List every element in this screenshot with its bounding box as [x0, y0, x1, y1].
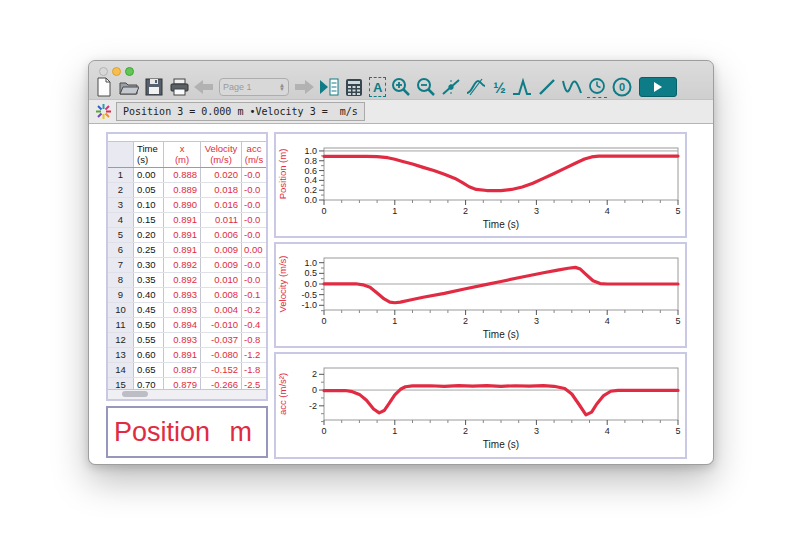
table-cell: 0.010 — [201, 273, 242, 287]
table-cell: 0.20 — [134, 228, 164, 242]
data-table-panel[interactable]: Time (s) x (m) Velocity (m/s) acc (m/s 1… — [106, 132, 268, 401]
svg-text:3: 3 — [534, 316, 539, 326]
svg-text:-2: -2 — [309, 401, 317, 411]
zoom-out-icon[interactable] — [416, 77, 436, 97]
table-cell: 0.891 — [164, 213, 201, 227]
forward-arrow-icon[interactable] — [294, 77, 314, 97]
interpolate-icon[interactable]: ½ — [491, 77, 507, 97]
integral-icon[interactable] — [512, 77, 532, 97]
table-row[interactable]: 70.300.8920.009-0.0 — [108, 258, 266, 273]
table-cell: -0.4 — [242, 318, 266, 332]
svg-text:3: 3 — [534, 206, 539, 216]
svg-text:1.0: 1.0 — [304, 258, 317, 268]
table-cell: -0.1 — [242, 288, 266, 302]
table-row[interactable]: 40.150.8910.011-0.0 — [108, 213, 266, 228]
table-row[interactable]: 20.050.8890.018-0.0 — [108, 183, 266, 198]
table-horizontal-scrollbar[interactable] — [108, 389, 266, 399]
table-cell: 0.887 — [164, 363, 201, 377]
table-cell: -1.8 — [242, 363, 266, 377]
page-stepper-icon: ▲▼ — [279, 83, 285, 91]
svg-text:0.0: 0.0 — [304, 195, 317, 205]
column-header-acc[interactable]: acc (m/s — [242, 142, 266, 167]
table-cell: 14 — [108, 363, 134, 377]
table-cell: 0.00 — [242, 243, 266, 257]
data-collection-clock-icon[interactable] — [587, 77, 607, 98]
table-cell: -0.0 — [242, 273, 266, 287]
table-cell: 0.890 — [164, 198, 201, 212]
zoom-button[interactable] — [125, 67, 134, 76]
calculator-icon[interactable] — [344, 77, 364, 97]
table-cell: -0.0 — [242, 168, 266, 182]
table-row[interactable]: 120.550.893-0.037-0.8 — [108, 333, 266, 348]
tangent-icon[interactable] — [466, 77, 486, 97]
text-annotation-icon[interactable]: A — [369, 77, 386, 97]
close-button[interactable] — [99, 67, 108, 76]
sensor-readout-text: Position 3 = 0.000 m •Velocity 3 = m/s — [123, 106, 358, 117]
x-axis-label: Time (s) — [483, 329, 519, 340]
column-header-x[interactable]: x (m) — [164, 142, 201, 167]
column-header-velocity[interactable]: Velocity (m/s) — [201, 142, 242, 167]
svg-text:4: 4 — [605, 316, 610, 326]
zero-icon[interactable]: 0 — [612, 77, 632, 97]
table-cell: 0.892 — [164, 273, 201, 287]
svg-text:0.6: 0.6 — [304, 166, 317, 176]
examine-icon[interactable] — [441, 77, 461, 97]
page-selector-label: Page 1 — [223, 82, 252, 92]
svg-text:4: 4 — [605, 426, 610, 436]
table-cell: 0.889 — [164, 183, 201, 197]
table-row[interactable]: 100.450.8930.004-0.2 — [108, 303, 266, 318]
table-cell: -0.0 — [242, 198, 266, 212]
svg-text:3: 3 — [534, 426, 539, 436]
chart-svg: 012345-1.0-0.50.00.51.0Time (s)Velocity … — [276, 244, 685, 346]
table-row[interactable]: 10.000.8880.020-0.0 — [108, 168, 266, 183]
svg-text:1.0: 1.0 — [304, 146, 317, 156]
scrollbar-thumb[interactable] — [122, 391, 148, 397]
new-document-icon[interactable] — [94, 77, 114, 97]
collect-button[interactable] — [639, 77, 677, 97]
meter-unit: m — [230, 417, 253, 448]
table-header-row: Time (s) x (m) Velocity (m/s) acc (m/s — [108, 142, 266, 168]
zoom-in-icon[interactable] — [391, 77, 411, 97]
save-icon[interactable] — [144, 77, 164, 97]
table-cell: 11 — [108, 318, 134, 332]
minimize-button[interactable] — [112, 67, 121, 76]
open-file-icon[interactable] — [119, 77, 139, 97]
back-arrow-icon[interactable] — [194, 77, 214, 97]
table-cell: 0.05 — [134, 183, 164, 197]
y-axis-label: Velocity (m/s) — [277, 255, 288, 312]
curve-fit-icon[interactable] — [562, 77, 582, 97]
position-meter[interactable]: Position m — [106, 406, 268, 458]
acceleration-graph-panel[interactable]: 012345-202Time (s)acc (m/s²) — [274, 352, 687, 459]
table-row[interactable]: 30.100.8900.016-0.0 — [108, 198, 266, 213]
next-page-icon[interactable] — [319, 77, 339, 97]
svg-text:5: 5 — [675, 316, 680, 326]
svg-text:2: 2 — [312, 369, 317, 379]
table-row[interactable]: 60.250.8910.0090.00 — [108, 243, 266, 258]
table-cell: 7 — [108, 258, 134, 272]
toolbar: Page 1 ▲▼ A — [94, 76, 709, 98]
svg-text:0: 0 — [312, 385, 317, 395]
table-row[interactable]: 130.600.891-0.080-1.2 — [108, 348, 266, 363]
table-row[interactable]: 50.200.8910.006-0.0 — [108, 228, 266, 243]
sensor-readout[interactable]: Position 3 = 0.000 m •Velocity 3 = m/s — [116, 102, 365, 121]
table-row[interactable]: 80.350.8920.010-0.0 — [108, 273, 266, 288]
table-cell: 0.891 — [164, 348, 201, 362]
x-axis-label: Time (s) — [483, 219, 519, 230]
linear-fit-icon[interactable] — [537, 77, 557, 97]
table-cell: 0.60 — [134, 348, 164, 362]
table-cell: 0.020 — [201, 168, 242, 182]
position-graph-panel[interactable]: 0123450.00.20.40.60.81.0Time (s)Position… — [274, 132, 687, 238]
table-row[interactable]: 140.650.887-0.152-1.8 — [108, 363, 266, 378]
svg-text:0.5: 0.5 — [304, 268, 317, 278]
table-cell: 9 — [108, 288, 134, 302]
print-icon[interactable] — [169, 77, 189, 97]
table-row[interactable]: 90.400.8930.008-0.1 — [108, 288, 266, 303]
table-cell: 0.25 — [134, 243, 164, 257]
page-selector[interactable]: Page 1 ▲▼ — [219, 78, 289, 96]
table-row[interactable]: 110.500.894-0.010-0.4 — [108, 318, 266, 333]
chart-svg: 0123450.00.20.40.60.81.0Time (s)Position… — [276, 134, 685, 236]
column-header-time[interactable]: Time (s) — [134, 142, 164, 167]
velocity-graph-panel[interactable]: 012345-1.0-0.50.00.51.0Time (s)Velocity … — [274, 242, 687, 348]
table-cell: 12 — [108, 333, 134, 347]
table-cell: -0.0 — [242, 258, 266, 272]
